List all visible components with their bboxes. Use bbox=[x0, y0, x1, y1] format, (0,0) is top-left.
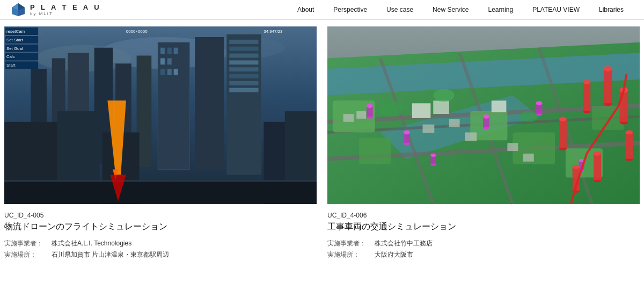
drone-svg: resetCam Set Start Set Goal Calc Start 0… bbox=[4, 25, 317, 205]
logo-title: P L A T E A U bbox=[30, 3, 101, 11]
meta-value-1: 石川県加賀市 片山津温泉・東京都駅周辺 bbox=[52, 250, 317, 259]
svg-rect-110 bbox=[594, 154, 601, 180]
svg-rect-107 bbox=[625, 133, 633, 159]
svg-rect-40 bbox=[4, 180, 317, 204]
card-drone-image: resetCam Set Start Set Goal Calc Start 0… bbox=[4, 25, 317, 205]
svg-point-123 bbox=[433, 89, 454, 102]
svg-text:0000×0000: 0000×0000 bbox=[126, 29, 148, 34]
card-traffic-meta: 実施事業者： 株式会社竹中工務店 実施場所： 大阪府大阪市 bbox=[327, 239, 640, 259]
svg-text:Set Goal: Set Goal bbox=[6, 46, 23, 51]
svg-rect-17 bbox=[160, 48, 165, 54]
svg-text:Set Start: Set Start bbox=[6, 38, 23, 42]
svg-point-81 bbox=[404, 130, 410, 135]
svg-rect-104 bbox=[559, 119, 567, 148]
svg-text:resetCam: resetCam bbox=[6, 29, 25, 34]
header: P L A T E A U by MLIT About Perspective … bbox=[0, 0, 644, 20]
traffic-svg bbox=[327, 25, 640, 205]
svg-rect-121 bbox=[523, 154, 534, 162]
svg-text:34:947/23: 34:947/23 bbox=[264, 29, 283, 34]
nav-perspective[interactable]: Perspective bbox=[324, 0, 377, 20]
svg-rect-75 bbox=[492, 100, 507, 112]
svg-rect-95 bbox=[604, 69, 612, 103]
card-traffic-title: 工事車両の交通シミュレーション bbox=[327, 221, 640, 233]
svg-rect-117 bbox=[423, 125, 435, 133]
svg-rect-27 bbox=[229, 40, 258, 44]
meta-value-3: 大阪府大阪市 bbox=[375, 250, 640, 259]
nav-libraries[interactable]: Libraries bbox=[589, 0, 633, 20]
svg-rect-72 bbox=[592, 106, 624, 129]
meta-value-2: 株式会社竹中工務店 bbox=[375, 239, 640, 248]
main-nav: About Perspective Use case New Service L… bbox=[288, 0, 633, 20]
svg-rect-22 bbox=[160, 69, 165, 75]
svg-rect-101 bbox=[583, 82, 590, 111]
card-drone: resetCam Set Start Set Goal Calc Start 0… bbox=[4, 25, 317, 259]
main-content: resetCam Set Start Set Goal Calc Start 0… bbox=[0, 20, 644, 270]
svg-point-90 bbox=[430, 154, 436, 157]
svg-text:Start: Start bbox=[6, 63, 16, 68]
card-grid: resetCam Set Start Set Goal Calc Start 0… bbox=[4, 25, 640, 259]
nav-use-case[interactable]: Use case bbox=[377, 0, 423, 20]
svg-rect-21 bbox=[167, 58, 172, 64]
meta-label-3: 実施場所： bbox=[327, 250, 366, 259]
svg-rect-34 bbox=[229, 88, 258, 92]
svg-point-105 bbox=[559, 117, 567, 121]
svg-rect-73 bbox=[412, 103, 431, 118]
svg-rect-20 bbox=[160, 58, 165, 64]
svg-rect-31 bbox=[229, 67, 258, 71]
svg-rect-120 bbox=[507, 143, 518, 151]
svg-rect-115 bbox=[343, 114, 354, 122]
card-drone-id: UC_ID_4-005 bbox=[4, 212, 317, 219]
meta-label-1: 実施場所： bbox=[4, 250, 43, 259]
svg-rect-98 bbox=[620, 90, 628, 122]
svg-rect-33 bbox=[229, 81, 258, 85]
svg-point-108 bbox=[625, 130, 633, 135]
svg-rect-74 bbox=[433, 100, 449, 114]
svg-rect-118 bbox=[449, 119, 460, 127]
svg-point-96 bbox=[604, 66, 612, 71]
svg-rect-25 bbox=[195, 37, 224, 170]
card-traffic-id: UC_ID_4-006 bbox=[327, 212, 640, 219]
svg-rect-19 bbox=[174, 48, 178, 54]
svg-text:Calc: Calc bbox=[6, 54, 15, 59]
svg-rect-28 bbox=[229, 47, 258, 51]
svg-point-114 bbox=[573, 165, 580, 169]
nav-new-service[interactable]: New Service bbox=[423, 0, 478, 20]
logo-text: P L A T E A U by MLIT bbox=[30, 3, 101, 16]
svg-rect-119 bbox=[465, 133, 477, 141]
card-drone-meta: 実施事業者： 株式会社A.L.I. Technologies 実施場所： 石川県… bbox=[4, 239, 317, 259]
logo-sub: by MLIT bbox=[30, 11, 101, 16]
meta-label-0: 実施事業者： bbox=[4, 239, 43, 248]
card-drone-title: 物流ドローンのフライトシミュレーション bbox=[4, 221, 317, 233]
svg-point-84 bbox=[483, 114, 489, 119]
meta-label-2: 実施事業者： bbox=[327, 239, 366, 248]
svg-point-78 bbox=[367, 104, 373, 108]
card-traffic: UC_ID_4-006 工事車両の交通シミュレーション 実施事業者： 株式会社竹… bbox=[327, 25, 640, 259]
nav-plateau-view[interactable]: PLATEAU VIEW bbox=[523, 0, 589, 20]
svg-point-111 bbox=[594, 151, 601, 156]
svg-rect-116 bbox=[356, 111, 366, 119]
svg-rect-41 bbox=[4, 180, 317, 182]
svg-rect-24 bbox=[174, 69, 178, 75]
card-traffic-image bbox=[327, 25, 640, 205]
svg-point-122 bbox=[378, 100, 404, 117]
svg-rect-18 bbox=[167, 48, 172, 54]
nav-about[interactable]: About bbox=[288, 0, 324, 20]
svg-point-87 bbox=[536, 101, 543, 105]
svg-rect-68 bbox=[359, 137, 391, 164]
svg-rect-29 bbox=[229, 54, 258, 58]
meta-value-0: 株式会社A.L.I. Technologies bbox=[52, 239, 317, 248]
svg-rect-32 bbox=[229, 74, 258, 78]
svg-point-124 bbox=[519, 111, 538, 122]
svg-point-102 bbox=[583, 80, 590, 84]
nav-learning[interactable]: Learning bbox=[478, 0, 523, 20]
svg-rect-23 bbox=[167, 69, 172, 75]
svg-rect-30 bbox=[229, 60, 258, 64]
logo-icon bbox=[11, 2, 26, 17]
logo-area: P L A T E A U by MLIT bbox=[11, 2, 101, 17]
